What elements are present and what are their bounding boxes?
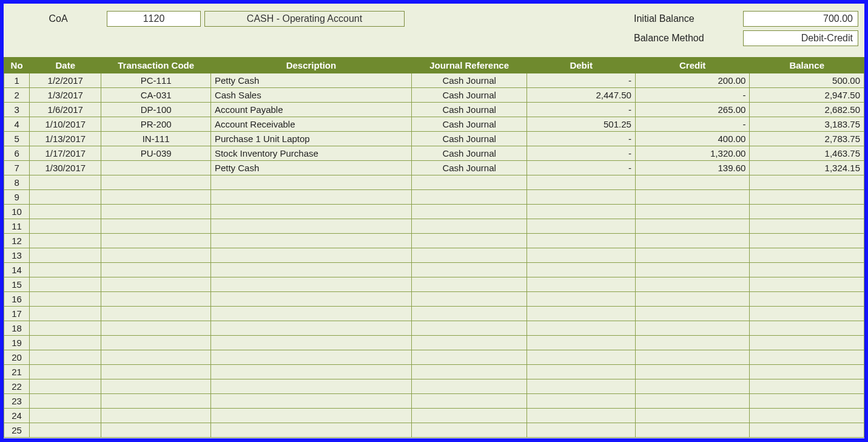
cell-credit[interactable]: 1,320.00 xyxy=(635,146,750,161)
cell-date[interactable] xyxy=(30,292,101,307)
cell-code[interactable]: IN-111 xyxy=(101,132,211,146)
cell-jref[interactable]: Cash Journal xyxy=(411,88,527,103)
cell-code[interactable] xyxy=(101,336,211,350)
cell-jref[interactable] xyxy=(411,234,527,248)
cell-date[interactable] xyxy=(30,409,101,423)
cell-jref[interactable]: Cash Journal xyxy=(411,161,527,175)
cell-debit[interactable] xyxy=(527,379,636,394)
col-header-credit[interactable]: Credit xyxy=(635,58,750,73)
cell-credit[interactable] xyxy=(635,365,750,379)
cell-date[interactable] xyxy=(30,336,101,350)
cell-date[interactable] xyxy=(30,219,101,234)
cell-date[interactable] xyxy=(30,365,101,379)
cell-code[interactable]: CA-031 xyxy=(101,88,211,103)
cell-desc[interactable] xyxy=(210,277,411,292)
cell-date[interactable]: 1/6/2017 xyxy=(30,103,101,117)
cell-no[interactable]: 21 xyxy=(4,365,30,379)
cell-no[interactable]: 11 xyxy=(4,219,30,234)
cell-code[interactable] xyxy=(101,205,211,219)
cell-jref[interactable]: Cash Journal xyxy=(411,132,527,146)
cell-code[interactable] xyxy=(101,423,211,438)
cell-date[interactable] xyxy=(30,205,101,219)
cell-balance[interactable] xyxy=(750,409,864,423)
cell-credit[interactable]: - xyxy=(635,117,750,132)
cell-jref[interactable] xyxy=(411,248,527,263)
cell-code[interactable] xyxy=(101,292,211,307)
cell-no[interactable]: 4 xyxy=(4,117,30,132)
cell-date[interactable] xyxy=(30,248,101,263)
cell-no[interactable]: 10 xyxy=(4,205,30,219)
cell-date[interactable]: 1/17/2017 xyxy=(30,146,101,161)
cell-desc[interactable] xyxy=(210,350,411,365)
cell-credit[interactable] xyxy=(635,234,750,248)
cell-credit[interactable]: 400.00 xyxy=(635,132,750,146)
cell-balance[interactable]: 1,324.15 xyxy=(750,161,864,175)
cell-no[interactable]: 19 xyxy=(4,336,30,350)
cell-date[interactable] xyxy=(30,423,101,438)
cell-debit[interactable]: - xyxy=(527,161,636,175)
cell-date[interactable] xyxy=(30,234,101,248)
initial-balance-field[interactable]: 700.00 xyxy=(743,11,858,27)
cell-jref[interactable] xyxy=(411,409,527,423)
cell-credit[interactable] xyxy=(635,321,750,336)
cell-debit[interactable] xyxy=(527,307,636,321)
cell-desc[interactable] xyxy=(210,409,411,423)
cell-no[interactable]: 2 xyxy=(4,88,30,103)
cell-balance[interactable] xyxy=(750,205,864,219)
cell-credit[interactable] xyxy=(635,190,750,205)
col-header-desc[interactable]: Description xyxy=(210,58,411,73)
cell-jref[interactable]: Cash Journal xyxy=(411,103,527,117)
cell-no[interactable]: 13 xyxy=(4,248,30,263)
cell-debit[interactable]: - xyxy=(527,146,636,161)
cell-balance[interactable] xyxy=(750,219,864,234)
cell-no[interactable]: 12 xyxy=(4,234,30,248)
cell-code[interactable]: DP-100 xyxy=(101,103,211,117)
balance-method-field[interactable]: Debit-Credit xyxy=(743,30,858,46)
cell-balance[interactable]: 2,947.50 xyxy=(750,88,864,103)
cell-debit[interactable]: 2,447.50 xyxy=(527,88,636,103)
cell-no[interactable]: 6 xyxy=(4,146,30,161)
cell-date[interactable] xyxy=(30,277,101,292)
cell-debit[interactable] xyxy=(527,321,636,336)
cell-no[interactable]: 9 xyxy=(4,190,30,205)
cell-credit[interactable] xyxy=(635,263,750,277)
cell-debit[interactable] xyxy=(527,190,636,205)
cell-no[interactable]: 20 xyxy=(4,350,30,365)
cell-code[interactable]: PR-200 xyxy=(101,117,211,132)
cell-credit[interactable] xyxy=(635,277,750,292)
cell-no[interactable]: 7 xyxy=(4,161,30,175)
cell-no[interactable]: 18 xyxy=(4,321,30,336)
cell-desc[interactable] xyxy=(210,219,411,234)
cell-balance[interactable]: 1,463.75 xyxy=(750,146,864,161)
cell-date[interactable] xyxy=(30,190,101,205)
cell-code[interactable] xyxy=(101,350,211,365)
cell-date[interactable] xyxy=(30,307,101,321)
cell-debit[interactable] xyxy=(527,336,636,350)
cell-date[interactable]: 1/3/2017 xyxy=(30,88,101,103)
cell-balance[interactable] xyxy=(750,336,864,350)
cell-credit[interactable] xyxy=(635,292,750,307)
cell-balance[interactable] xyxy=(750,248,864,263)
cell-balance[interactable] xyxy=(750,190,864,205)
cell-date[interactable]: 1/30/2017 xyxy=(30,161,101,175)
cell-debit[interactable] xyxy=(527,263,636,277)
cell-balance[interactable] xyxy=(750,263,864,277)
cell-desc[interactable] xyxy=(210,248,411,263)
cell-jref[interactable] xyxy=(411,394,527,409)
cell-no[interactable]: 15 xyxy=(4,277,30,292)
cell-jref[interactable] xyxy=(411,175,527,190)
cell-credit[interactable] xyxy=(635,423,750,438)
cell-code[interactable] xyxy=(101,219,211,234)
cell-desc[interactable] xyxy=(210,321,411,336)
cell-desc[interactable] xyxy=(210,190,411,205)
cell-jref[interactable] xyxy=(411,277,527,292)
cell-date[interactable] xyxy=(30,350,101,365)
cell-desc[interactable]: Account Payable xyxy=(210,103,411,117)
cell-jref[interactable] xyxy=(411,336,527,350)
cell-code[interactable] xyxy=(101,379,211,394)
cell-balance[interactable] xyxy=(750,234,864,248)
cell-credit[interactable] xyxy=(635,205,750,219)
cell-balance[interactable] xyxy=(750,365,864,379)
cell-balance[interactable] xyxy=(750,277,864,292)
cell-desc[interactable]: Account Receivable xyxy=(210,117,411,132)
